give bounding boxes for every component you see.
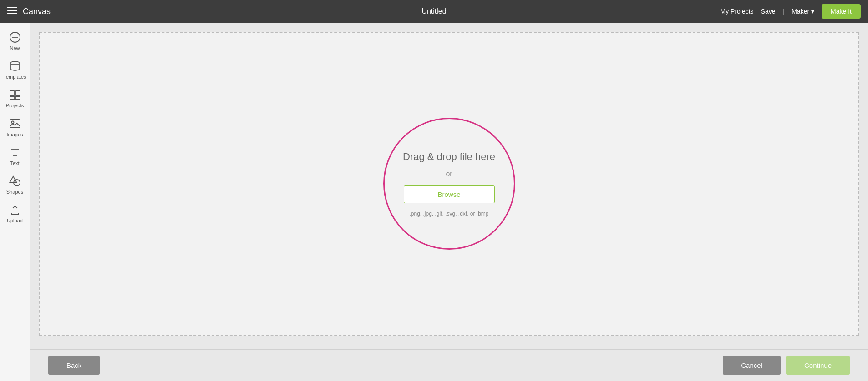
navbar: Canvas Untitled My Projects Save | Maker… (0, 0, 868, 23)
new-icon (9, 31, 21, 44)
sidebar-item-shapes[interactable]: Shapes (0, 170, 30, 199)
browse-button[interactable]: Browse (404, 185, 495, 203)
maker-chevron-icon: ▾ (811, 8, 814, 15)
upload-icon (9, 203, 21, 216)
drop-zone-main-text: Drag & drop file here (403, 151, 495, 163)
svg-rect-0 (7, 7, 17, 8)
svg-rect-12 (10, 120, 20, 128)
sidebar-item-shapes-label: Shapes (6, 189, 23, 195)
my-projects-link[interactable]: My Projects (721, 8, 754, 15)
sidebar: New Templates Projects Images (0, 23, 30, 381)
navbar-right: My Projects Save | Maker ▾ Make It (721, 4, 861, 19)
maker-label: Maker (792, 8, 809, 15)
sidebar-item-new[interactable]: New (0, 26, 30, 55)
document-title: Untitled (421, 7, 446, 15)
templates-icon (9, 60, 21, 72)
sidebar-item-templates[interactable]: Templates (0, 55, 30, 84)
shapes-icon (9, 175, 21, 187)
images-icon (9, 117, 21, 130)
svg-rect-1 (7, 10, 17, 11)
svg-rect-9 (15, 91, 20, 95)
cancel-button[interactable]: Cancel (723, 356, 781, 375)
svg-rect-2 (7, 13, 17, 14)
text-icon (9, 146, 21, 159)
svg-rect-10 (10, 96, 15, 100)
app-title: Canvas (23, 7, 721, 16)
svg-point-13 (11, 121, 14, 123)
bottom-bar: Back Cancel Continue (30, 349, 868, 381)
continue-button[interactable]: Continue (786, 356, 850, 375)
main-content: Drag & drop file here or Browse .png, .j… (30, 23, 868, 381)
svg-rect-8 (10, 91, 15, 95)
drop-zone-formats-text: .png, .jpg, .gif, .svg, .dxf, or .bmp (409, 211, 488, 217)
svg-rect-11 (15, 96, 20, 100)
sidebar-item-projects[interactable]: Projects (0, 84, 30, 112)
drop-zone-or-text: or (446, 170, 452, 178)
sidebar-item-text[interactable]: Text (0, 141, 30, 170)
navbar-divider: | (783, 8, 785, 15)
save-button[interactable]: Save (761, 8, 776, 15)
make-it-button[interactable]: Make It (822, 4, 861, 19)
sidebar-item-images-label: Images (6, 132, 23, 138)
drop-zone-circle: Drag & drop file here or Browse .png, .j… (383, 118, 515, 250)
maker-dropdown[interactable]: Maker ▾ (792, 8, 814, 15)
sidebar-item-projects-label: Projects (6, 103, 24, 109)
sidebar-item-text-label: Text (10, 160, 19, 166)
back-button[interactable]: Back (48, 356, 100, 375)
sidebar-item-upload-label: Upload (7, 218, 23, 224)
sidebar-item-upload[interactable]: Upload (0, 199, 30, 227)
bottom-right-buttons: Cancel Continue (723, 356, 850, 375)
sidebar-item-new-label: New (10, 45, 20, 51)
sidebar-item-images[interactable]: Images (0, 113, 30, 141)
menu-icon[interactable] (7, 5, 17, 18)
sidebar-item-templates-label: Templates (3, 74, 26, 80)
projects-icon (9, 88, 21, 101)
canvas-drop-area[interactable]: Drag & drop file here or Browse .png, .j… (39, 32, 859, 336)
